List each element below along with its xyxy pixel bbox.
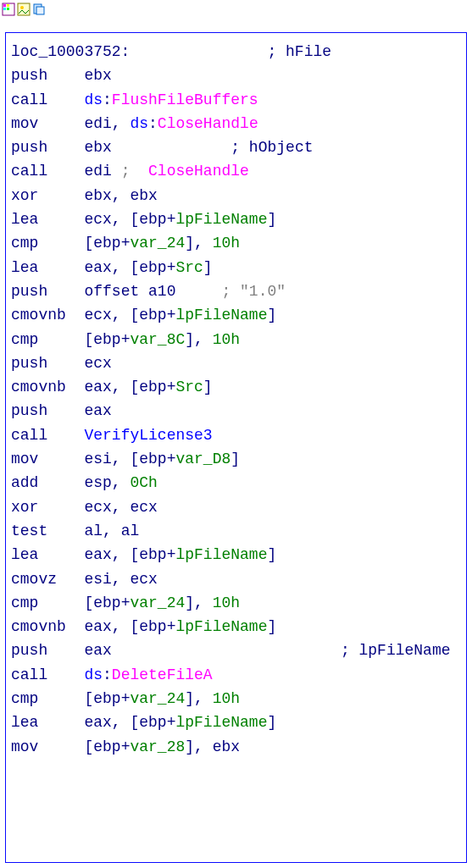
disasm-line: cmp [ebp+var_24], 10h <box>11 687 461 710</box>
disasm-line: cmp [ebp+var_24], 10h <box>11 231 461 255</box>
number: 10h <box>213 235 240 252</box>
operand: eax <box>84 402 111 419</box>
svg-point-6 <box>20 6 24 9</box>
operand: eax, [ebp+ <box>84 259 175 276</box>
disasm-view[interactable]: loc_10003752: ; hFile push ebxcall ds:Fl… <box>5 32 467 863</box>
operand: ecx <box>84 355 111 372</box>
segment: ds <box>130 115 148 132</box>
mnemonic: mov <box>11 738 84 755</box>
disasm-line: cmovnb eax, [ebp+lpFileName] <box>11 615 461 639</box>
mnemonic: push <box>11 283 84 300</box>
svg-rect-2 <box>7 4 9 7</box>
mnemonic: call <box>11 91 84 108</box>
operand: ] <box>267 546 276 563</box>
label-comment: ; hFile <box>267 43 331 60</box>
segment: ds <box>84 666 103 683</box>
operand: [ebp+ <box>84 594 130 611</box>
disasm-line: push eax <box>11 399 461 423</box>
mnemonic: cmp <box>11 235 84 252</box>
mnemonic: cmp <box>11 690 84 707</box>
operand: esp, <box>84 474 130 491</box>
mnemonic: cmovnb <box>11 379 84 395</box>
mnemonic: call <box>11 427 84 444</box>
disasm-line: cmp [ebp+var_24], 10h <box>11 591 461 615</box>
operand: esi, [ebp+ <box>84 451 175 467</box>
disasm-line: push ecx <box>11 351 461 375</box>
operand: ] <box>267 714 276 731</box>
mnemonic: mov <box>11 115 84 132</box>
operand: eax, [ebp+ <box>84 379 175 395</box>
number: 0Ch <box>130 474 157 491</box>
operand: ] <box>203 379 213 395</box>
variable: var_8C <box>130 331 185 348</box>
comment: ; <box>121 163 140 180</box>
operand: ebx <box>84 139 111 156</box>
photo-icon[interactable] <box>17 3 31 16</box>
operand: ], <box>185 594 212 611</box>
variable: lpFileName <box>175 546 267 563</box>
operand: ], ebx <box>185 738 240 755</box>
mnemonic: call <box>11 163 84 180</box>
disasm-line: call edi ; CloseHandle <box>11 159 461 183</box>
operand: ] <box>230 451 240 467</box>
disasm-line: push ebx ; hObject <box>11 135 461 159</box>
api-call: FlushFileBuffers <box>112 91 258 108</box>
operand: edi <box>84 163 120 180</box>
disasm-line: xor ecx, ecx <box>11 495 461 519</box>
disasm-line: lea eax, [ebp+lpFileName] <box>11 543 461 567</box>
comment: ; lpFileName <box>230 642 450 659</box>
variable: var_24 <box>130 235 185 252</box>
operand: ] <box>203 259 213 276</box>
operand: ], <box>185 690 212 707</box>
punct: : <box>103 666 112 683</box>
svg-rect-3 <box>3 8 6 10</box>
disasm-line: call ds:DeleteFileA <box>11 663 461 687</box>
svg-rect-1 <box>3 4 6 7</box>
palette-icon[interactable] <box>2 3 15 16</box>
operand: [ebp+ <box>84 331 130 348</box>
mnemonic: call <box>11 666 84 683</box>
api-call: CloseHandle <box>158 115 258 132</box>
mnemonic: cmp <box>11 331 84 348</box>
operand: ecx, [ebp+ <box>84 211 175 228</box>
api-call: DeleteFileA <box>112 666 213 683</box>
operand: edi, <box>84 115 130 132</box>
disasm-line: mov edi, ds:CloseHandle <box>11 112 461 135</box>
variable: lpFileName <box>175 307 267 323</box>
disasm-line: add esp, 0Ch <box>11 471 461 495</box>
operand: eax, [ebp+ <box>84 714 175 731</box>
mnemonic: lea <box>11 259 84 276</box>
operand: [ebp+ <box>84 690 130 707</box>
disasm-label-line: loc_10003752: ; hFile <box>11 40 461 64</box>
disasm-line: cmp [ebp+var_8C], 10h <box>11 328 461 351</box>
mnemonic: lea <box>11 714 84 731</box>
variable: var_24 <box>130 594 185 611</box>
variable: lpFileName <box>175 714 267 731</box>
disasm-line: mov [ebp+var_28], ebx <box>11 735 461 759</box>
toolbar <box>0 0 472 19</box>
operand: esi, ecx <box>84 571 157 588</box>
string-comment: ; "1.0" <box>221 283 286 300</box>
disasm-line: lea eax, [ebp+lpFileName] <box>11 710 461 734</box>
label: loc_10003752: <box>11 43 130 60</box>
segment: ds <box>84 91 103 108</box>
disasm-line: lea eax, [ebp+Src] <box>11 256 461 279</box>
operand: ] <box>267 618 276 635</box>
punct: : <box>103 91 112 108</box>
operand: ] <box>267 211 276 228</box>
mnemonic: push <box>11 139 84 156</box>
operand: eax <box>84 642 111 659</box>
mnemonic: test <box>11 522 84 539</box>
mnemonic: cmovz <box>11 571 84 588</box>
disasm-line: call ds:FlushFileBuffers <box>11 88 461 112</box>
mnemonic: cmovnb <box>11 307 84 323</box>
operand: ebx <box>84 67 111 84</box>
mnemonic: lea <box>11 211 84 228</box>
copy-icon[interactable] <box>32 3 46 16</box>
disasm-line: test al, al <box>11 519 461 543</box>
operand: offset a10 <box>84 283 221 300</box>
operand: al, al <box>84 522 139 539</box>
mnemonic: push <box>11 402 84 419</box>
operand: [ebp+ <box>84 738 130 755</box>
disasm-line: call VerifyLicense3 <box>11 423 461 447</box>
